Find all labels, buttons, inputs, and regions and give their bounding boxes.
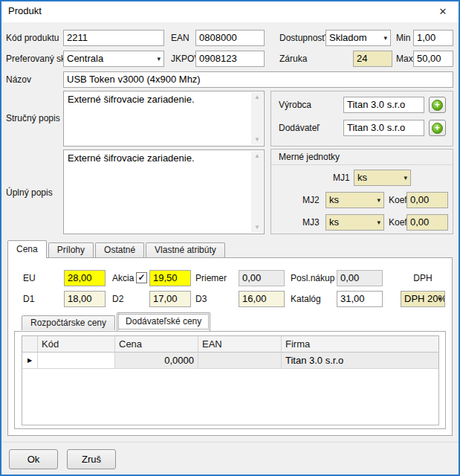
window-title: Produkt (8, 0, 42, 22)
kod-produktu-input[interactable]: 2211 (63, 30, 164, 46)
grid-header-kod[interactable]: Kód (38, 336, 115, 353)
d3-label: D3 (195, 291, 207, 307)
zaruka-label: Záruka (279, 51, 307, 67)
dodavatel-label: Dodávateľ (279, 120, 320, 136)
subtab-dodavatelske-ceny[interactable]: Dodávateľské ceny (117, 312, 210, 331)
scrollbar[interactable]: ▲ ▼ (251, 151, 263, 233)
cancel-button[interactable]: Zruš (67, 449, 116, 469)
chevron-down-icon: ▾ (157, 51, 161, 67)
cena-tab-panel: EU 28,00 Akcia ✓ 19,50 Priemer 0,00 Posl… (7, 257, 453, 436)
supplier-panel: Výrobca Titan 3.0 s.r.o + Dodávateľ Tita… (271, 91, 453, 147)
grid-cell-cena[interactable]: 0,0000 (115, 353, 198, 369)
vyrobca-input[interactable]: Titan 3.0 s.r.o (343, 97, 424, 113)
ean-label: EAN (171, 30, 189, 46)
add-vyrobca-button[interactable]: + (429, 97, 446, 113)
preferovany-sklad-value: Centrala (67, 53, 103, 64)
kod-produktu-label: Kód produktu (6, 30, 59, 46)
title-bar[interactable]: Produkt ✕ (0, 0, 460, 22)
dostupnost-select[interactable]: Skladom ▾ (325, 30, 391, 46)
nazov-label: Názov (6, 71, 31, 88)
tab-prilohy[interactable]: Prílohy (48, 242, 94, 257)
supplier-prices-grid: Kód Cena EAN Firma ▶ 0,0000 Titan 3.0 s.… (22, 335, 439, 425)
min-label: Min (396, 30, 410, 46)
preferovany-sklad-select[interactable]: Centrala ▾ (63, 51, 164, 67)
katalog-label: Katalóg (291, 291, 321, 307)
chevron-down-icon: ▾ (377, 215, 380, 231)
dph-label: DPH (401, 270, 445, 286)
tab-vlastne-atributy[interactable]: Vlastné atribúty (146, 242, 225, 257)
uplny-popis-text: Externé šifrovacie zariadenie. (68, 152, 247, 164)
eu-label: EU (23, 270, 36, 286)
mj2-label: MJ2 (302, 192, 320, 208)
dodavatel-input[interactable]: Titan 3.0 s.r.o (343, 120, 424, 136)
tab-ostatne[interactable]: Ostatné (95, 242, 144, 257)
katalog-input[interactable]: 31,00 (337, 291, 383, 307)
akcia-label: Akcia (112, 270, 134, 286)
strucny-popis-label: Stručný popis (6, 110, 60, 126)
d2-input[interactable]: 17,00 (149, 291, 191, 307)
max-label: Max (396, 51, 413, 67)
subtab-rozpoctarske-ceny[interactable]: Rozpočtárske ceny (22, 315, 115, 330)
max-input[interactable]: 50,00 (413, 51, 453, 67)
grid-header-firma[interactable]: Firma (282, 336, 438, 353)
scroll-down-icon: ▼ (254, 225, 260, 231)
uplny-popis-textarea[interactable]: Externé šifrovacie zariadenie. ▲ ▼ (63, 149, 265, 234)
d1-input[interactable]: 18,00 (64, 291, 106, 307)
eu-input[interactable]: 28,00 (64, 270, 106, 286)
mj1-select[interactable]: ks ▾ (354, 170, 411, 186)
akcia-checkbox[interactable]: ✓ (136, 272, 147, 283)
dostupnost-label: Dostupnosť (279, 30, 325, 46)
dph-select[interactable]: DPH 20% ▾ (401, 291, 445, 307)
min-input[interactable]: 1,00 (413, 30, 453, 46)
grid-header-cena[interactable]: Cena (115, 336, 198, 353)
chevron-down-icon: ▾ (377, 193, 380, 208)
chevron-down-icon: ▾ (383, 30, 387, 46)
ean-input[interactable]: 0808000 (195, 30, 265, 46)
dodavatelske-ceny-panel: Kód Cena EAN Firma ▶ 0,0000 Titan 3.0 s.… (14, 331, 446, 429)
grid-corner-cell[interactable] (22, 336, 38, 353)
vyrobca-label: Výrobca (279, 97, 311, 113)
mj1-value: ks (357, 172, 367, 183)
dostupnost-value: Skladom (329, 32, 367, 43)
merne-jednotky-group: Merné jednotky MJ1 ks ▾ MJ2 ks ▾ Koef 0,… (271, 149, 453, 234)
jkpov-input[interactable]: 0908123 (195, 51, 265, 67)
grid-cell-ean[interactable] (198, 353, 282, 369)
d2-label: D2 (112, 291, 123, 307)
priemer-label: Priemer (195, 270, 227, 286)
footer-bar: Ok Zruš (0, 442, 460, 476)
koef3-input[interactable]: 0,00 (406, 214, 448, 231)
scroll-up-icon: ▲ (254, 94, 260, 100)
row-marker-icon[interactable]: ▶ (22, 353, 38, 369)
scroll-down-icon: ▼ (254, 137, 260, 143)
mj3-label: MJ3 (302, 214, 320, 231)
grid-cell-kod[interactable] (38, 353, 115, 369)
posl-nakup-label: Posl.nákup (291, 270, 334, 286)
akcia-input[interactable]: 19,50 (149, 270, 191, 286)
scrollbar[interactable]: ▲ ▼ (251, 92, 263, 145)
d3-input[interactable]: 16,00 (239, 291, 285, 307)
plus-icon: + (432, 100, 443, 111)
strucny-popis-text: Externé šifrovacie zariadenie. (68, 94, 247, 106)
d1-label: D1 (23, 291, 34, 307)
mj2-select[interactable]: ks ▾ (325, 192, 384, 208)
ok-button[interactable]: Ok (9, 449, 58, 469)
main-tabstrip: Cena Prílohy Ostatné Vlastné atribúty (7, 240, 227, 258)
priemer-input: 0,00 (239, 270, 285, 286)
close-button[interactable]: ✕ (430, 1, 456, 22)
add-dodavatel-button[interactable]: + (429, 120, 446, 136)
grid-header-ean[interactable]: EAN (198, 336, 282, 353)
scroll-up-icon: ▲ (254, 153, 260, 159)
mj3-select[interactable]: ks ▾ (325, 214, 384, 231)
grid-cell-firma[interactable]: Titan 3.0 s.r.o (282, 353, 438, 369)
strucny-popis-textarea[interactable]: Externé šifrovacie zariadenie. ▲ ▼ (63, 91, 265, 147)
tab-cena[interactable]: Cena (7, 240, 47, 258)
koef2-input[interactable]: 0,00 (406, 192, 448, 208)
merne-jednotky-title: Merné jednotky (271, 149, 453, 165)
nazov-input[interactable]: USB Token v3000 (4x900 Mhz) (63, 71, 453, 88)
produkt-dialog: Produkt ✕ Kód produktu 2211 EAN 0808000 … (0, 0, 460, 476)
zaruka-input[interactable]: 24 (353, 51, 392, 67)
uplny-popis-label: Úplný popis (6, 184, 53, 201)
koef2-label: Koef (389, 192, 407, 208)
check-icon: ✓ (137, 273, 145, 282)
mj3-value: ks (329, 216, 339, 228)
